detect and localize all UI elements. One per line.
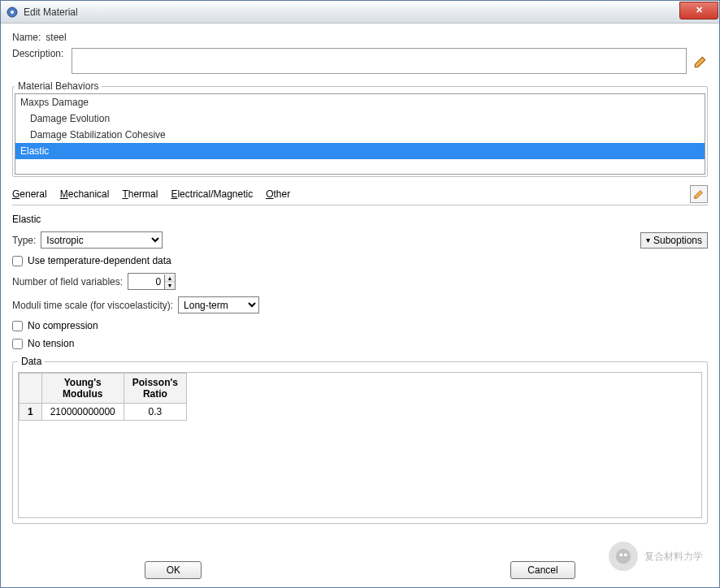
- field-vars-input[interactable]: [128, 274, 164, 289]
- spin-up-icon[interactable]: ▲: [165, 275, 175, 282]
- table-row[interactable]: 12100000000000.3: [20, 404, 187, 421]
- close-button[interactable]: ✕: [679, 2, 718, 19]
- menu-item[interactable]: Electrical/Magnetic: [171, 188, 253, 200]
- app-icon: [6, 6, 19, 19]
- cell-youngs-modulus[interactable]: 210000000000: [41, 404, 124, 421]
- behaviors-legend: Material Behaviors: [15, 80, 102, 92]
- edit-material-dialog: Edit Material ✕ Name: steel Description:…: [0, 0, 720, 588]
- data-table-container[interactable]: Young'sModulusPoisson'sRatio 12100000000…: [18, 372, 702, 518]
- temp-dependent-label: Use temperature-dependent data: [28, 255, 171, 266]
- name-label: Name:: [12, 32, 41, 43]
- close-icon: ✕: [696, 5, 703, 15]
- name-value: steel: [46, 32, 66, 43]
- material-behaviors-group: Material Behaviors Maxps DamageDamage Ev…: [12, 80, 708, 177]
- menu-edit-button[interactable]: [690, 185, 708, 203]
- menu-item[interactable]: Other: [266, 188, 290, 200]
- spin-down-icon[interactable]: ▼: [165, 282, 175, 289]
- dialog-footer: OK Cancel: [1, 561, 719, 579]
- description-label: Description:: [12, 48, 63, 59]
- field-vars-label: Number of field variables:: [12, 276, 123, 288]
- type-label: Type:: [12, 235, 36, 246]
- row-num-header: [20, 374, 42, 404]
- behaviors-list[interactable]: Maxps DamageDamage EvolutionDamage Stabi…: [15, 93, 705, 175]
- suboptions-button[interactable]: Suboptions: [640, 232, 708, 249]
- edit-description-icon[interactable]: [693, 54, 708, 69]
- menu-item[interactable]: Thermal: [122, 188, 158, 200]
- no-compression-label: No compression: [28, 320, 98, 331]
- menu-item[interactable]: Mechanical: [60, 188, 110, 200]
- svg-point-1: [11, 11, 14, 14]
- behavior-item[interactable]: Maxps Damage: [15, 94, 705, 110]
- data-table: Young'sModulusPoisson'sRatio 12100000000…: [19, 373, 187, 421]
- moduli-select[interactable]: Long-term: [178, 296, 259, 313]
- no-tension-checkbox[interactable]: [12, 339, 23, 349]
- description-input[interactable]: [72, 48, 687, 74]
- cancel-button[interactable]: Cancel: [510, 561, 575, 579]
- column-header[interactable]: Young'sModulus: [41, 374, 124, 404]
- moduli-label: Moduli time scale (for viscoelasticity):: [12, 300, 173, 311]
- column-header[interactable]: Poisson'sRatio: [124, 374, 186, 404]
- no-tension-label: No tension: [28, 338, 74, 349]
- behavior-item[interactable]: Damage Evolution: [15, 110, 705, 127]
- titlebar[interactable]: Edit Material ✕: [1, 1, 719, 24]
- svg-point-4: [624, 553, 627, 556]
- type-select[interactable]: Isotropic: [41, 231, 163, 249]
- row-number: 1: [20, 404, 42, 421]
- behavior-item[interactable]: Damage Stabilization Cohesive: [15, 127, 705, 143]
- menu-item[interactable]: General: [12, 188, 47, 200]
- ok-button[interactable]: OK: [145, 561, 202, 579]
- field-vars-spinner[interactable]: ▲▼: [128, 273, 176, 290]
- svg-point-3: [619, 553, 622, 556]
- no-compression-checkbox[interactable]: [12, 321, 23, 331]
- data-group: Data Young'sModulusPoisson'sRatio 121000…: [12, 356, 708, 524]
- data-legend: Data: [18, 356, 45, 367]
- temp-dependent-checkbox[interactable]: [12, 256, 23, 266]
- material-menubar: GeneralMechanicalThermalElectrical/Magne…: [12, 185, 708, 205]
- behavior-item[interactable]: Elastic: [15, 143, 705, 159]
- window-title: Edit Material: [24, 6, 679, 18]
- elastic-section-title: Elastic: [12, 205, 708, 231]
- cell-poissons-ratio[interactable]: 0.3: [124, 404, 186, 421]
